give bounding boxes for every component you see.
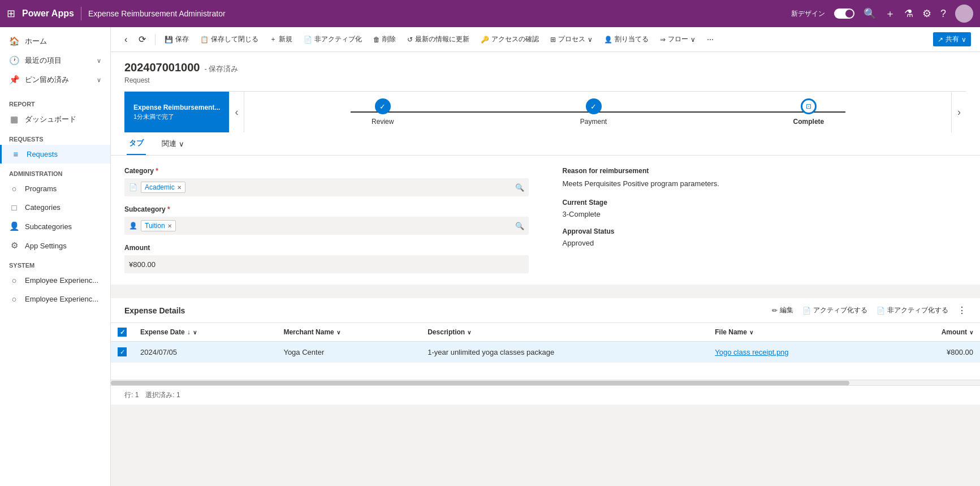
avatar[interactable] bbox=[955, 5, 973, 23]
subcategory-search-icon[interactable]: 🔍 bbox=[515, 222, 524, 230]
approval-status-value: Approved bbox=[563, 239, 967, 247]
tab-related[interactable]: 関連 ∨ bbox=[159, 132, 187, 155]
expense-date-header[interactable]: Expense Date ↓ ∨ bbox=[140, 328, 270, 336]
settings-button[interactable]: ⚙ bbox=[922, 7, 931, 20]
sidebar-item-employee-exp-2[interactable]: ○ Employee Experienc... bbox=[0, 290, 110, 308]
grid-icon[interactable]: ⊞ bbox=[7, 7, 15, 20]
add-button[interactable]: ＋ bbox=[885, 7, 895, 20]
select-all-checkbox[interactable]: ✓ bbox=[118, 328, 127, 337]
stage-step-complete: ⊡ Complete bbox=[793, 98, 824, 126]
description-cell: 1-year unlimited yoga classes package bbox=[421, 342, 708, 363]
category-link[interactable]: Academic bbox=[145, 183, 175, 191]
tab-main[interactable]: タブ bbox=[127, 132, 146, 155]
approval-status-label: Approval Status bbox=[563, 227, 967, 235]
current-stage-label: Current Stage bbox=[563, 199, 967, 207]
save-button[interactable]: 💾 保存 bbox=[160, 32, 193, 46]
list-icon: ≡ bbox=[11, 149, 21, 159]
expense-more-button[interactable]: ⋮ bbox=[957, 305, 966, 316]
table-header-row: ✓ Expense Date ↓ ∨ bbox=[111, 323, 980, 342]
page-title: Expense Reimbursement Administrator bbox=[88, 9, 226, 18]
system-section-header: System bbox=[0, 255, 110, 271]
subcategory-field: Subcategory * 👤 Tuition ✕ 🔍 bbox=[124, 205, 529, 235]
sidebar-item-app-settings[interactable]: ⚙ App Settings bbox=[0, 236, 110, 255]
employee-icon-2: ○ bbox=[9, 294, 19, 304]
flow-button[interactable]: ⇒ フロー ∨ bbox=[655, 32, 700, 46]
reason-value: Meets Perquisites Positive program param… bbox=[563, 178, 967, 190]
sort-icon: ∨ bbox=[467, 329, 471, 336]
edit-button[interactable]: ✏ 編集 bbox=[772, 306, 793, 315]
process-icon: ⊞ bbox=[550, 36, 556, 44]
expense-deactivate-button[interactable]: 📄 非アクティブ化する bbox=[877, 306, 948, 315]
delete-button[interactable]: 🗑 削除 bbox=[369, 32, 400, 46]
activate-button[interactable]: 📄 アクティブ化する bbox=[802, 306, 867, 315]
more-button[interactable]: ⋯ bbox=[702, 33, 718, 46]
stage-prev-button[interactable]: ‹ bbox=[229, 92, 244, 132]
amount-header[interactable]: Amount ∨ bbox=[893, 328, 973, 336]
sort-icon: ∨ bbox=[336, 329, 340, 336]
description-header[interactable]: Description ∨ bbox=[428, 328, 701, 336]
scrollbar-thumb bbox=[111, 381, 849, 385]
expense-details-section: Expense Details ✏ 編集 📄 アクティブ化する 📄 非アクテ bbox=[111, 298, 980, 405]
reason-field: Reason for reimbursement Meets Perquisit… bbox=[563, 167, 967, 190]
refresh-button[interactable]: ↺ 最新の情報に更新 bbox=[403, 32, 474, 46]
help-button[interactable]: ? bbox=[940, 8, 946, 20]
stage-step-review: ✓ Review bbox=[372, 98, 394, 126]
merchant-name-header[interactable]: Merchant Name ∨ bbox=[283, 328, 414, 336]
process-button[interactable]: ⊞ プロセス ∨ bbox=[546, 32, 597, 46]
complete-circle: ⊡ bbox=[801, 98, 817, 114]
record-id: 202407001000 bbox=[124, 61, 200, 74]
refresh-nav-button[interactable]: ⟳ bbox=[134, 32, 150, 47]
delete-icon: 🗑 bbox=[373, 36, 380, 44]
sidebar-item-pinned[interactable]: 📌 ピン留め済み ∨ bbox=[0, 70, 110, 89]
file-link[interactable]: Yogo class receipt.png bbox=[715, 348, 788, 356]
sidebar-item-employee-exp-1[interactable]: ○ Employee Experienc... bbox=[0, 271, 110, 290]
search-button[interactable]: 🔍 bbox=[864, 7, 876, 20]
sort-icon: ∨ bbox=[749, 329, 753, 336]
dashboard-icon: ▦ bbox=[9, 114, 19, 124]
check-access-button[interactable]: 🔑 アクセスの確認 bbox=[476, 32, 543, 46]
sidebar-item-label: App Settings bbox=[25, 242, 67, 250]
flow-icon: ⇒ bbox=[660, 36, 666, 44]
file-name-cell[interactable]: Yogo class receipt.png bbox=[708, 342, 887, 363]
sidebar-item-home[interactable]: 🏠 ホーム bbox=[0, 32, 110, 51]
sidebar-item-label: Programs bbox=[25, 184, 57, 193]
sidebar-item-subcategories[interactable]: 👤 Subcategories bbox=[0, 217, 110, 236]
new-button[interactable]: ＋ 新規 bbox=[265, 32, 297, 46]
sidebar-item-label: ホーム bbox=[25, 36, 47, 46]
back-button[interactable]: ‹ bbox=[120, 32, 132, 47]
sidebar-item-categories[interactable]: □ Categories bbox=[0, 198, 110, 217]
category-tag-close[interactable]: ✕ bbox=[177, 184, 182, 191]
sidebar-item-label: ダッシュボード bbox=[25, 114, 76, 124]
design-toggle[interactable] bbox=[834, 8, 854, 19]
current-stage-field: Current Stage 3-Complete bbox=[563, 199, 967, 218]
file-name-header[interactable]: File Name ∨ bbox=[715, 328, 880, 336]
horizontal-scrollbar[interactable] bbox=[111, 380, 980, 385]
row-checkbox[interactable]: ✓ bbox=[118, 347, 127, 356]
save-close-button[interactable]: 📋 保存して閉じる bbox=[196, 32, 263, 46]
category-search-icon[interactable]: 🔍 bbox=[515, 183, 524, 192]
edit-icon: ✏ bbox=[772, 307, 778, 315]
filter-icon: ∨ bbox=[193, 329, 197, 336]
stage-next-button[interactable]: › bbox=[951, 92, 966, 132]
assign-button[interactable]: 👤 割り当てる bbox=[599, 32, 653, 46]
expense-deactivate-icon: 📄 bbox=[877, 307, 885, 315]
sidebar-item-recent[interactable]: 🕐 最近の項目 ∨ bbox=[0, 51, 110, 70]
filter-button[interactable]: ⚗ bbox=[904, 7, 913, 20]
stage-step-payment: ✓ Payment bbox=[580, 98, 607, 126]
toolbar-separator bbox=[155, 34, 156, 45]
payment-circle: ✓ bbox=[586, 98, 602, 114]
record-saved-label: - 保存済み bbox=[204, 64, 238, 74]
new-icon: ＋ bbox=[270, 35, 277, 44]
current-stage: Expense Reimbursement... 1分未満で完了 bbox=[124, 92, 229, 132]
sidebar-item-dashboard[interactable]: ▦ ダッシュボード bbox=[0, 110, 110, 129]
sidebar-item-programs[interactable]: ○ Programs bbox=[0, 179, 110, 198]
sidebar-item-label: Employee Experienc... bbox=[25, 276, 98, 285]
record-header: 202407001000 - 保存済み Request Expense Reim… bbox=[111, 52, 980, 156]
subcategory-tag-close[interactable]: ✕ bbox=[167, 223, 172, 229]
deactivate-button[interactable]: 📄 非アクティブ化 bbox=[299, 32, 366, 46]
subcategory-link[interactable]: Tuition bbox=[145, 222, 165, 230]
sidebar-item-requests[interactable]: ≡ Requests bbox=[0, 145, 110, 164]
share-button[interactable]: ↗ 共有 ∨ bbox=[933, 32, 971, 46]
programs-icon: ○ bbox=[9, 184, 19, 193]
table-row: ✓ 2024/07/05 Yoga Center 1-year unlimite… bbox=[111, 342, 980, 363]
